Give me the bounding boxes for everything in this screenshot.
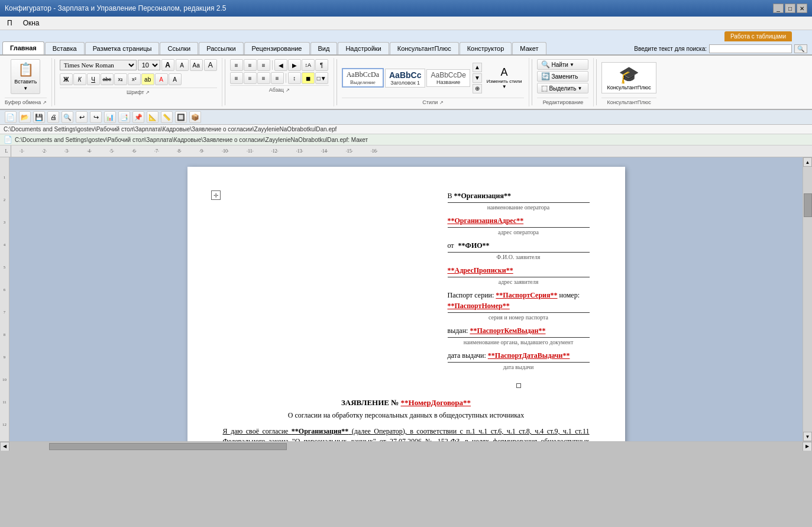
change-styles-button[interactable]: А Изменить стили ▼ (484, 65, 525, 90)
align-left-button[interactable]: ≡ (230, 72, 243, 84)
numbering-button[interactable]: ≡ (244, 59, 257, 71)
qa-new[interactable]: 📄 (5, 111, 17, 123)
from-line: от **ФИО** (448, 240, 590, 251)
org-name: **Организация** (454, 192, 511, 200)
font-size-select[interactable]: 10 (138, 60, 160, 70)
change-case-button[interactable]: Аа (190, 59, 203, 71)
font-decrease-button[interactable]: A (176, 59, 189, 71)
document-content: В **Организация** наименование оператора… (223, 190, 590, 441)
find-button[interactable]: 🔍 Найти ▼ (537, 59, 588, 70)
style-normal[interactable]: AaBbCcDa Выделение (342, 68, 384, 88)
shading-button[interactable]: ◼ (302, 72, 315, 84)
qa-open[interactable]: 📂 (19, 111, 31, 123)
document-container[interactable]: ✛ В **Организация** наименование операто… (9, 157, 803, 441)
qa-undo[interactable]: ↩ (76, 111, 88, 123)
align-right-button[interactable]: ≡ (257, 72, 270, 84)
qa-pin[interactable]: 📌 (132, 111, 144, 123)
tab-page-layout[interactable]: Разметка страницы (85, 42, 160, 54)
h-scroll-thumb[interactable] (49, 443, 287, 450)
scroll-up-button[interactable]: ▲ (803, 157, 812, 167)
scroll-thumb[interactable] (804, 193, 812, 217)
replace-button[interactable]: 🔄 Заменить (537, 71, 588, 82)
subscript-button[interactable]: x₂ (114, 73, 127, 85)
styles-scroll-up[interactable]: ▲ (473, 63, 482, 72)
scroll-down-button[interactable]: ▼ (803, 432, 812, 441)
tab-home[interactable]: Главная (2, 41, 44, 54)
borders-button[interactable]: □▼ (315, 72, 328, 84)
scroll-right-button[interactable]: ▶ (803, 442, 812, 451)
text-effects-button[interactable]: А (169, 73, 182, 85)
sort-button[interactable]: ↕A (302, 59, 315, 71)
tab-layout[interactable]: Макет (512, 42, 546, 54)
highlight-button[interactable]: ab (141, 73, 154, 85)
date-issued: **ПаспортДатаВыдачи** (488, 351, 570, 360)
qa-box[interactable]: 📦 (189, 111, 201, 123)
tab-constructor[interactable]: Конструктор (460, 42, 512, 54)
font-color-button[interactable]: А (155, 73, 168, 85)
italic-button[interactable]: К (73, 73, 86, 85)
styles-more[interactable]: ⊕ (473, 84, 482, 93)
qa-square[interactable]: 🔲 (175, 111, 187, 123)
justify-button[interactable]: ≡ (271, 72, 284, 84)
qa-doc[interactable]: 📑 (118, 111, 130, 123)
align-center-button[interactable]: ≡ (244, 72, 257, 84)
qa-save[interactable]: 💾 (33, 111, 45, 123)
qa-table[interactable]: 📊 (104, 111, 116, 123)
superscript-button[interactable]: x² (128, 73, 141, 85)
multilevel-button[interactable]: ≡ (257, 59, 270, 71)
styles-scroll-down[interactable]: ▼ (473, 73, 482, 83)
decrease-indent-button[interactable]: ◀ (274, 59, 287, 71)
editing-label: Редактирование (537, 98, 588, 105)
style-heading1[interactable]: AaBbCc Заголовок 1 (385, 69, 425, 88)
search-button[interactable]: 🔍 (794, 44, 807, 53)
strikethrough-button[interactable]: abc (101, 73, 114, 85)
maximize-button[interactable]: □ (785, 4, 795, 13)
konsultant-button[interactable]: 🎓 КонсультантПлюс (601, 62, 656, 93)
vertical-scrollbar[interactable]: ▲ ▼ (803, 157, 812, 441)
increase-indent-button[interactable]: ▶ (288, 59, 301, 71)
sep2 (225, 59, 225, 105)
menu-item-okna[interactable]: Окна (18, 18, 44, 28)
tab-consultant[interactable]: КонсультантПлюс (390, 42, 459, 54)
tab-review[interactable]: Рецензирование (244, 42, 310, 54)
horizontal-scrollbar[interactable]: ◀ ▶ (0, 441, 812, 451)
tab-view[interactable]: Вид (310, 42, 338, 54)
scroll-left-button[interactable]: ◀ (0, 442, 9, 451)
tab-references[interactable]: Ссылки (160, 42, 198, 54)
qa-measure[interactable]: 📐 (147, 111, 158, 123)
qa-redo[interactable]: ↪ (90, 111, 102, 123)
underline-button[interactable]: Ч (87, 73, 100, 85)
tab-mailings[interactable]: Рассылки (199, 42, 243, 54)
bold-button[interactable]: Ж (60, 73, 73, 85)
minimize-button[interactable]: _ (773, 4, 784, 13)
select-button[interactable]: ⬚ Выделить ▼ (537, 83, 588, 93)
menu-item-p[interactable]: П (2, 18, 17, 28)
show-hide-button[interactable]: ¶ (315, 59, 328, 71)
issued-line: выдан: **ПаспортКемВыдан** (448, 325, 590, 336)
font-group: Times New Roman 10 A A Аа А Ж К Ч abc x₂ (57, 58, 222, 106)
title-section: ЗАЯВЛЕНИЕ № **НомерДоговора** О согласии… (223, 397, 590, 421)
table-move-handle[interactable]: ✛ (211, 190, 221, 200)
reg-addr-label: адрес заявителя (448, 277, 590, 286)
paste-button[interactable]: 📋 Вставить ▼ (11, 59, 40, 94)
search-input[interactable] (709, 44, 792, 53)
tab-insert[interactable]: Вставка (45, 42, 85, 54)
font-increase-button[interactable]: A (161, 59, 174, 71)
h-scroll-track (9, 442, 803, 451)
line-spacing-button[interactable]: ↕ (288, 72, 301, 84)
tab-work-with-tables[interactable]: Работа с таблицами (724, 31, 792, 41)
scroll-track (803, 167, 812, 432)
document-page: ✛ В **Организация** наименование операто… (187, 167, 625, 441)
qa-print[interactable]: 🖨 (47, 111, 59, 123)
close-button[interactable]: ✕ (797, 4, 807, 13)
date-label: дата выдачи (448, 363, 590, 371)
font-name-select[interactable]: Times New Roman (60, 60, 137, 70)
qa-preview[interactable]: 🔍 (62, 111, 73, 123)
style-heading2[interactable]: AaBbCcDe Название (426, 69, 470, 87)
tab-addins[interactable]: Надстройки (338, 42, 389, 54)
bullets-button[interactable]: ≡ (230, 59, 243, 71)
clipboard-label: Буфер обмена ↗ (5, 98, 47, 105)
clear-format-button[interactable]: А (204, 59, 217, 71)
qa-ruler[interactable]: 📏 (161, 111, 173, 123)
konsultant-group: 🎓 КонсультантПлюс КонсультантПлюс (599, 58, 661, 106)
